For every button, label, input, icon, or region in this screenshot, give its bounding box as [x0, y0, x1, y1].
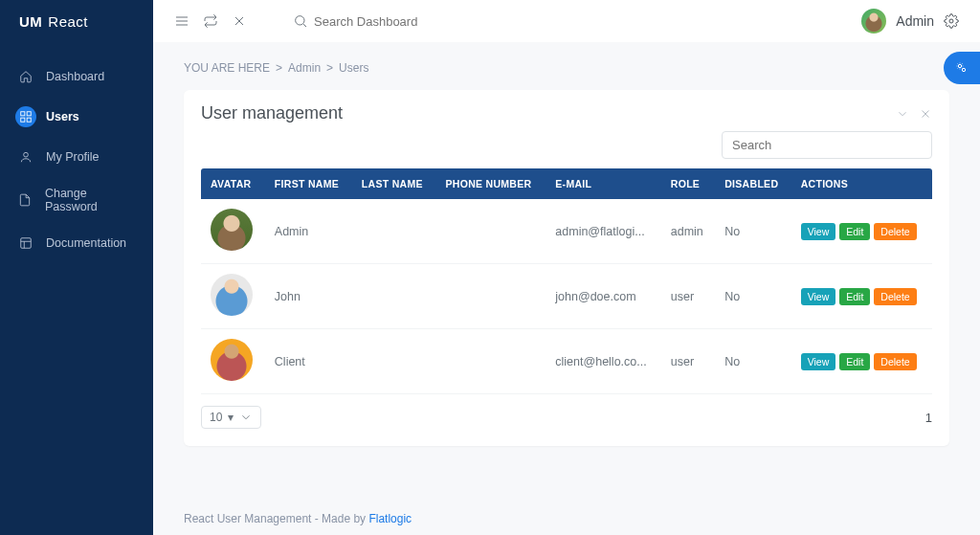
breadcrumb-item[interactable]: Admin: [288, 61, 321, 75]
cell-disabled: No: [715, 199, 791, 264]
footer-link[interactable]: Flatlogic: [368, 512, 412, 525]
edit-button[interactable]: Edit: [839, 353, 870, 370]
table-header[interactable]: FIRST NAME: [265, 168, 352, 199]
breadcrumb-prefix: YOU ARE HERE: [184, 61, 270, 75]
edit-button[interactable]: Edit: [839, 288, 870, 305]
users-table: AVATARFIRST NAMELAST NAMEPHONE NUMBERE-M…: [201, 168, 932, 394]
topbar-left: [174, 13, 247, 29]
breadcrumb: YOU ARE HERE > Admin > Users: [184, 61, 949, 75]
sidebar-item-label: Users: [46, 110, 79, 123]
svg-line-14: [303, 24, 306, 27]
close-icon[interactable]: [232, 13, 247, 29]
settings-icon[interactable]: [944, 13, 959, 29]
panel-header: User management: [201, 103, 932, 123]
home-icon: [15, 66, 36, 87]
svg-rect-0: [21, 112, 25, 116]
caret-down-icon: ▾: [228, 411, 234, 424]
sidebar-nav: DashboardUsersMy ProfileChange PasswordD…: [0, 56, 153, 263]
logo-light: React: [48, 13, 88, 30]
row-actions: ViewEditDelete: [801, 353, 923, 370]
delete-button[interactable]: Delete: [874, 353, 916, 370]
svg-point-4: [24, 152, 29, 157]
content: YOU ARE HERE > Admin > Users User manage…: [153, 42, 980, 535]
table-row: Adminadmin@flatlogi...adminNoViewEditDel…: [201, 199, 932, 264]
collapse-icon[interactable]: [896, 107, 909, 121]
delete-button[interactable]: Delete: [874, 223, 916, 240]
theme-settings-fab[interactable]: [944, 52, 980, 84]
cell-role: admin: [661, 199, 715, 264]
avatar: [211, 209, 253, 251]
logo: UM React: [0, 13, 153, 41]
user-name: Admin: [896, 13, 934, 29]
table-header[interactable]: ROLE: [661, 168, 715, 199]
cell-last-name: [352, 264, 436, 329]
cell-email: admin@flatlogi...: [546, 199, 660, 264]
avatar: [211, 339, 253, 381]
avatar: [211, 274, 253, 316]
topbar-right: Admin: [861, 9, 959, 33]
page-number: 1: [925, 411, 932, 425]
svg-point-15: [949, 19, 953, 23]
cell-disabled: No: [715, 264, 791, 329]
table-header[interactable]: AVATAR: [201, 168, 265, 199]
view-button[interactable]: View: [801, 223, 836, 240]
cell-disabled: No: [715, 329, 791, 394]
edit-button[interactable]: Edit: [839, 223, 870, 240]
layout-icon: [15, 233, 36, 254]
sidebar-item-documentation[interactable]: Documentation: [0, 223, 153, 263]
table-header[interactable]: ACTIONS: [791, 168, 932, 199]
svg-rect-1: [27, 112, 31, 116]
sidebar-item-users[interactable]: Users: [0, 97, 153, 137]
table-header[interactable]: LAST NAME: [352, 168, 436, 199]
sidebar: UM React DashboardUsersMy ProfileChange …: [0, 0, 153, 535]
avatar[interactable]: [861, 9, 886, 33]
delete-button[interactable]: Delete: [874, 288, 916, 305]
cell-last-name: [352, 199, 436, 264]
table-footer: 10 ▾ 1: [201, 406, 932, 429]
cell-first-name: John: [265, 264, 352, 329]
svg-point-19: [962, 68, 965, 71]
search-wrap: [293, 13, 505, 29]
breadcrumb-sep: >: [276, 61, 282, 75]
topbar: Admin: [153, 0, 980, 42]
cell-email: client@hello.co...: [546, 329, 660, 394]
sidebar-item-change-password[interactable]: Change Password: [0, 177, 153, 223]
menu-icon[interactable]: [174, 13, 189, 29]
cell-first-name: Client: [265, 329, 352, 394]
refresh-icon[interactable]: [203, 13, 218, 29]
table-header[interactable]: PHONE NUMBER: [436, 168, 546, 199]
sidebar-item-dashboard[interactable]: Dashboard: [0, 56, 153, 97]
table-header[interactable]: E-MAIL: [546, 168, 660, 199]
file-icon: [15, 189, 35, 211]
view-button[interactable]: View: [801, 353, 836, 370]
svg-point-18: [958, 64, 961, 67]
sidebar-item-my-profile[interactable]: My Profile: [0, 137, 153, 177]
cell-role: user: [661, 329, 715, 394]
table-body: Adminadmin@flatlogi...adminNoViewEditDel…: [201, 199, 932, 394]
row-actions: ViewEditDelete: [801, 223, 923, 240]
table-search-input[interactable]: [722, 131, 932, 159]
search-icon: [293, 13, 308, 29]
table-row: Johnjohn@doe.comuserNoViewEditDelete: [201, 264, 932, 329]
row-actions: ViewEditDelete: [801, 288, 923, 305]
sidebar-item-label: Change Password: [45, 187, 138, 213]
page-size-select[interactable]: 10 ▾: [201, 406, 261, 429]
breadcrumb-item[interactable]: Users: [339, 61, 368, 75]
cell-role: user: [661, 264, 715, 329]
panel-title: User management: [201, 103, 343, 123]
table-header[interactable]: DISABLED: [715, 168, 791, 199]
view-button[interactable]: View: [801, 288, 836, 305]
grid-icon: [15, 106, 36, 127]
footer-text: React User Management - Made by Flatlogi…: [184, 512, 412, 525]
cell-email: john@doe.com: [546, 264, 660, 329]
search-input[interactable]: [314, 14, 505, 29]
cell-phone: [436, 329, 546, 394]
close-panel-icon[interactable]: [919, 107, 932, 121]
user-icon: [15, 146, 36, 167]
logo-bold: UM: [19, 13, 42, 30]
svg-rect-5: [21, 238, 32, 249]
svg-point-13: [296, 16, 304, 25]
sidebar-item-label: Documentation: [46, 236, 126, 250]
cell-phone: [436, 264, 546, 329]
breadcrumb-sep: >: [326, 61, 333, 75]
